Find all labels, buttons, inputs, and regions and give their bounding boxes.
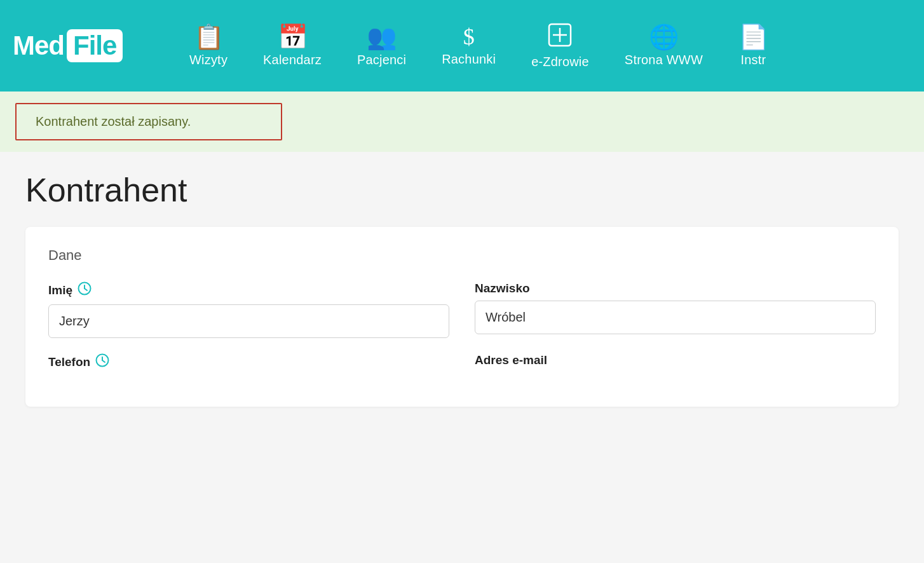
strona-www-icon: 🌐 bbox=[649, 25, 679, 49]
imie-input[interactable] bbox=[48, 304, 449, 338]
nav-item-pacjenci[interactable]: 👥 Pacjenci bbox=[339, 18, 424, 74]
rachunki-label: Rachunki bbox=[442, 52, 496, 67]
notification-message: Kontrahent został zapisany. bbox=[36, 114, 191, 128]
form-group-imie: Imię bbox=[48, 282, 449, 338]
telefon-label: Telefon bbox=[48, 355, 90, 369]
svg-line-5 bbox=[85, 288, 87, 290]
form-card: Dane Imię Nazwisko bbox=[25, 227, 899, 407]
wizyty-icon: 📋 bbox=[194, 25, 224, 49]
navbar: Med File 📋 Wizyty 📅 Kalendarz 👥 Pacjenci… bbox=[0, 0, 924, 92]
form-row-imie-nazwisko: Imię Nazwisko bbox=[48, 282, 876, 338]
imie-clock-icon bbox=[78, 282, 92, 299]
e-zdrowie-label: e-Zdrowie bbox=[531, 55, 589, 69]
telefon-label-row: Telefon bbox=[48, 353, 449, 371]
imie-label-row: Imię bbox=[48, 282, 449, 299]
card-section-title: Dane bbox=[48, 247, 876, 264]
kalendarz-label: Kalendarz bbox=[263, 53, 322, 67]
notification-box: Kontrahent został zapisany. bbox=[15, 103, 282, 140]
page-title: Kontrahent bbox=[25, 171, 899, 209]
logo-text: Med File bbox=[13, 29, 123, 62]
adres-email-label-row: Adres e-mail bbox=[475, 353, 876, 367]
nazwisko-label: Nazwisko bbox=[475, 282, 530, 295]
telefon-clock-icon bbox=[95, 353, 109, 371]
pacjenci-icon: 👥 bbox=[367, 25, 397, 49]
logo[interactable]: Med File bbox=[13, 29, 153, 62]
nazwisko-label-row: Nazwisko bbox=[475, 282, 876, 295]
form-group-nazwisko: Nazwisko bbox=[475, 282, 876, 334]
form-group-telefon: Telefon bbox=[48, 353, 449, 376]
nazwisko-input[interactable] bbox=[475, 301, 876, 334]
pacjenci-label: Pacjenci bbox=[357, 53, 406, 67]
e-zdrowie-icon bbox=[548, 23, 572, 51]
logo-file: File bbox=[67, 29, 123, 62]
instr-label: Instr bbox=[741, 53, 766, 67]
rachunki-icon: $ bbox=[463, 25, 475, 48]
nav-item-strona-www[interactable]: 🌐 Strona WWW bbox=[607, 18, 721, 74]
notification-banner: Kontrahent został zapisany. bbox=[0, 92, 924, 152]
nav-items: 📋 Wizyty 📅 Kalendarz 👥 Pacjenci $ Rachun… bbox=[172, 17, 911, 76]
logo-med: Med bbox=[13, 31, 64, 61]
instr-icon: 📄 bbox=[738, 25, 768, 49]
form-group-adres-email: Adres e-mail bbox=[475, 353, 876, 372]
nav-item-e-zdrowie[interactable]: e-Zdrowie bbox=[513, 17, 607, 76]
nav-item-instr[interactable]: 📄 Instr bbox=[721, 18, 786, 74]
nav-item-rachunki[interactable]: $ Rachunki bbox=[424, 19, 513, 73]
imie-label: Imię bbox=[48, 283, 72, 297]
strona-www-label: Strona WWW bbox=[625, 53, 703, 67]
kalendarz-icon: 📅 bbox=[278, 25, 308, 49]
wizyty-label: Wizyty bbox=[189, 53, 228, 67]
main-content: Kontrahent Dane Imię bbox=[0, 152, 924, 426]
nav-item-kalendarz[interactable]: 📅 Kalendarz bbox=[245, 18, 339, 74]
svg-line-8 bbox=[102, 360, 105, 362]
form-row-telefon-email: Telefon Adres e-mail bbox=[48, 353, 876, 376]
adres-email-label: Adres e-mail bbox=[475, 353, 547, 367]
nav-item-wizyty[interactable]: 📋 Wizyty bbox=[172, 18, 245, 74]
